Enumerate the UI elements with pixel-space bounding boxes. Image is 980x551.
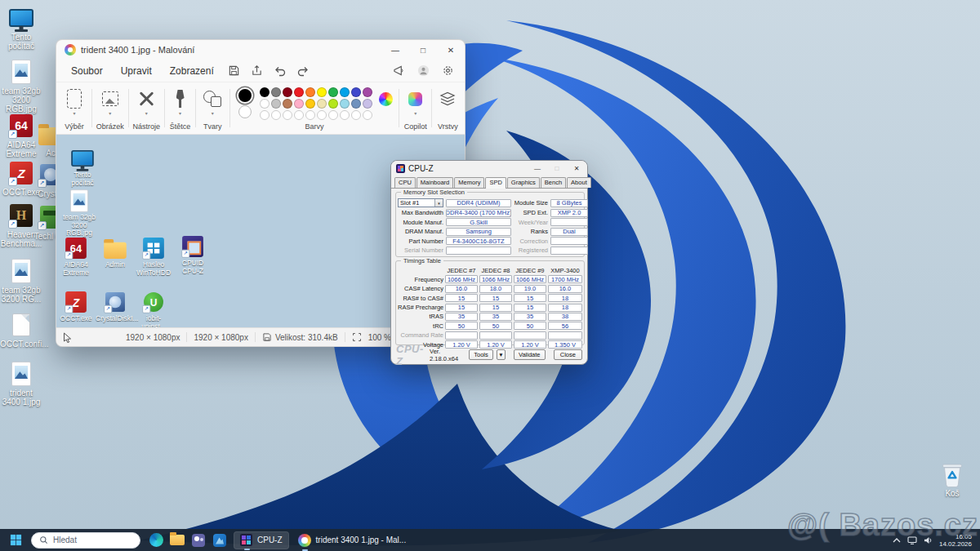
paint-titlebar[interactable]: trident 3400 1.jpg - Malování — □ ✕ [56,40,465,60]
tool-image[interactable]: ▾ Obrázek [95,82,126,134]
close-button[interactable]: Close [554,349,582,360]
clock-time: 16:05 [939,533,972,540]
palette-color[interactable] [283,99,292,109]
cpuz-titlebar[interactable]: CPU-Z — □ ✕ [391,161,587,176]
palette-empty-slot[interactable] [294,110,304,120]
timing-cell [514,331,546,340]
palette-empty-slot[interactable] [340,110,350,120]
primary-color-swatch[interactable] [237,87,253,104]
save-button[interactable] [224,62,245,80]
close-button[interactable]: ✕ [571,165,582,172]
palette-color[interactable] [328,99,338,109]
taskbar-clock[interactable]: 16:05 14.02.2026 [939,533,972,548]
palette-color[interactable] [260,87,270,97]
desktop-icon-trident-jpg[interactable]: trident 3400 1.jpg [0,361,42,407]
palette-color[interactable] [340,87,350,97]
palette-color[interactable] [294,87,304,97]
maximize-button[interactable]: □ [409,40,437,60]
undo-icon [274,65,287,77]
copilot-button[interactable]: ▾ Copilot [402,82,429,134]
taskbar-edge-button[interactable] [145,531,167,549]
palette-empty-slot[interactable] [283,110,292,120]
taskbar-paint-button[interactable]: trident 3400 1.jpg - Mal... [292,531,412,549]
tools-button[interactable]: Tools [469,349,493,360]
tool-brushes[interactable]: ▾ Štětce [167,82,193,134]
timing-cell: 1066 MHz [445,275,478,283]
tray-display-icon[interactable] [907,536,917,544]
desktop-icon-team32-jpg[interactable]: team 32gb 3200 RGB.jpg [0,59,42,113]
zoom-fit-icon[interactable] [352,332,362,342]
secondary-color-swatch[interactable] [238,105,252,118]
palette-color[interactable] [363,99,372,109]
menu-upravit[interactable]: Upravit [113,63,160,79]
slot-dropdown[interactable]: Slot #1 ▾ [398,198,443,207]
palette-color[interactable] [328,87,338,97]
timing-cell: 16.0 [445,285,478,293]
palette-color[interactable] [283,87,292,97]
account-button[interactable] [412,62,434,80]
palette-empty-slot[interactable] [271,110,281,120]
taskbar-cpuz-button[interactable]: CPU-Z [234,531,289,549]
palette-color[interactable] [351,99,361,109]
palette-color[interactable] [317,87,327,97]
tool-select[interactable]: ▾ Výběr [60,82,89,134]
image-file-icon [70,189,88,212]
zoom-level[interactable]: 100 % [368,333,391,342]
tools-dropdown-button[interactable]: ▾ [497,349,506,360]
palette-color[interactable] [317,99,327,109]
palette-empty-slot[interactable] [317,110,327,120]
redo-button[interactable] [292,62,314,80]
tab-spd[interactable]: SPD [485,177,506,189]
desktop-icon-occt-config[interactable]: OCCT.confi... [0,312,42,349]
palette-empty-slot[interactable] [351,110,361,120]
cpuz-app-icon [396,164,405,173]
clock-date: 14.02.2026 [939,540,972,548]
palette-color[interactable] [363,87,372,97]
desktop-icon-this-pc[interactable]: Tento počítač [0,5,42,51]
palette-color[interactable] [305,99,315,109]
recycle-bin[interactable]: Koš [931,460,973,498]
taskbar-photos-button[interactable] [209,531,230,549]
undo-button[interactable] [270,62,291,80]
taskbar-search[interactable]: Hledat [31,532,140,549]
taskbar-teams-button[interactable] [188,531,209,549]
palette-color[interactable] [340,99,350,109]
tab-cpu[interactable]: CPU [394,177,416,188]
menu-soubor[interactable]: Soubor [63,63,111,79]
palette-empty-slot[interactable] [305,110,315,120]
desktop-icon-team32-2[interactable]: team 32gb 3200 RG... [0,258,42,304]
cpuz-footer: CPU-Z Ver. 2.18.0.x64 Tools ▾ Validate C… [391,345,587,364]
color-picker-icon[interactable] [379,92,393,106]
palette-color[interactable] [305,87,315,97]
palette-color[interactable] [260,99,270,109]
minimize-button[interactable]: — [532,165,543,172]
tray-volume-icon[interactable] [924,536,933,544]
close-button[interactable]: ✕ [437,40,465,60]
tab-about[interactable]: About [567,177,591,188]
menu-zobrazeni[interactable]: Zobrazení [162,63,222,79]
tab-memory[interactable]: Memory [454,177,484,188]
tool-shapes[interactable]: ▾ Tvary [198,82,227,134]
tab-bench[interactable]: Bench [541,177,566,188]
minimize-button[interactable]: — [381,40,409,60]
palette-color[interactable] [294,99,304,109]
palette-empty-slot[interactable] [363,110,372,120]
taskbar-explorer-button[interactable] [167,531,188,549]
palette-color[interactable] [271,99,281,109]
tray-chevron-up-icon[interactable] [893,538,901,543]
palette-empty-slot[interactable] [328,110,338,120]
tool-tools[interactable]: ▾ Nástroje [131,82,162,134]
start-button[interactable] [5,531,26,549]
share-button[interactable] [247,62,268,80]
tab-mainboard[interactable]: Mainboard [416,177,453,188]
settings-button[interactable] [437,62,458,80]
tab-graphics[interactable]: Graphics [507,177,540,188]
timing-row: tRAS 35 35 35 38 [398,313,582,321]
palette-color[interactable] [351,87,361,97]
palette-empty-slot[interactable] [260,110,270,120]
layers-button[interactable]: Vrstvy [434,82,461,134]
feedback-button[interactable] [388,62,409,80]
image-file-icon [11,362,31,386]
validate-button[interactable]: Validate [514,349,546,360]
palette-color[interactable] [271,87,281,97]
